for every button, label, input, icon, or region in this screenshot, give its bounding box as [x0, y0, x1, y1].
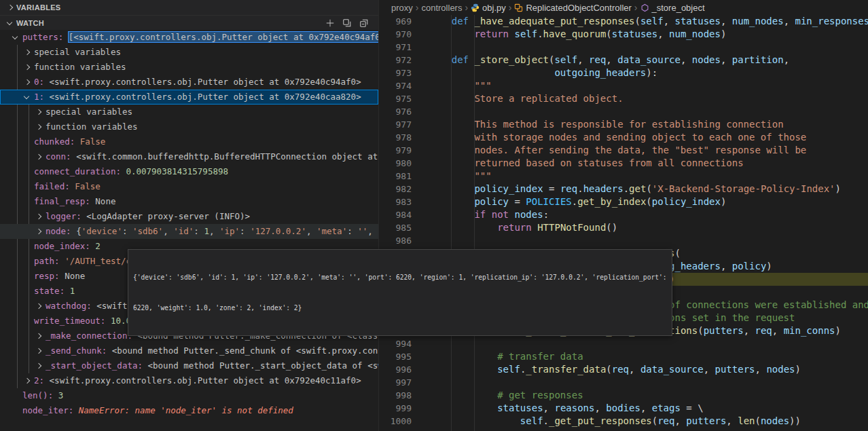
code-line-998[interactable]: 998 # get responses [379, 389, 868, 402]
watch-row-0[interactable]: 0: <swift.proxy.controllers.obj.Putter o… [0, 75, 378, 90]
watch-row-len[interactable]: len(): 3 [0, 388, 378, 403]
line-number[interactable]: 998 [379, 389, 412, 402]
chevron-right-icon[interactable] [34, 119, 46, 134]
chevron-right-icon[interactable] [22, 60, 34, 75]
code-line-977[interactable]: 977 This method is responsible for estab… [379, 118, 868, 131]
add-expression-icon[interactable] [324, 17, 336, 29]
chevron-right-icon[interactable] [34, 343, 46, 358]
code-line-982[interactable]: 982 policy_index = req.headers.get('X-Ba… [379, 183, 868, 195]
code-text[interactable]: self._get_put_responses(req, putters, le… [429, 415, 868, 428]
chevron-right-icon[interactable] [34, 224, 46, 239]
code-line-975[interactable]: 975 Store a replicated object. [379, 92, 868, 105]
chevron-right-icon[interactable] [34, 105, 46, 119]
watch-row-2[interactable]: 2: <swift.proxy.controllers.obj.Putter o… [0, 373, 378, 388]
watch-row-functionvariables[interactable]: function variables [0, 60, 378, 75]
watch-row-functionvariables[interactable]: function variables [0, 119, 378, 134]
watch-row-putters[interactable]: putters: [<swift.proxy.controllers.obj.P… [0, 30, 378, 45]
watch-row-specialvariables[interactable]: special variables [0, 105, 378, 119]
breadcrumb-item-obj.py[interactable]: obj.py [471, 3, 506, 13]
code-text[interactable]: policy = POLICIES.get_by_index(policy_in… [429, 195, 868, 208]
collapse-all-icon[interactable] [358, 17, 370, 29]
line-number[interactable]: 981 [379, 170, 412, 183]
code-line-980[interactable]: 980 returned based on statuses from all … [379, 157, 868, 170]
code-line-971[interactable]: 971 [379, 41, 868, 54]
code-text[interactable]: if not nodes: [429, 208, 868, 221]
line-number[interactable]: 977 [379, 118, 412, 131]
watch-row-conn[interactable]: conn: <swift.common.bufferedhttp.Buffere… [0, 149, 378, 164]
line-number[interactable]: 980 [379, 157, 412, 170]
line-number[interactable]: 994 [379, 337, 412, 350]
watch-row-node_iter[interactable]: node_iter: NameError: name 'node_iter' i… [0, 403, 378, 418]
chevron-down-icon[interactable] [22, 90, 34, 105]
chevron-right-icon[interactable] [34, 329, 46, 343]
watch-row-_start_object_data[interactable]: _start_object_data: <bound method Putter… [0, 358, 378, 373]
breadcrumb-item-controllers[interactable]: controllers [421, 3, 462, 13]
line-number[interactable]: 997 [379, 376, 412, 389]
breadcrumb-item-ReplicatedObjectController[interactable]: ReplicatedObjectController [514, 3, 631, 13]
code-line-985[interactable]: 985 return HTTPNotFound() [379, 221, 868, 234]
remove-all-icon[interactable] [341, 17, 353, 29]
line-number[interactable]: 985 [379, 221, 412, 234]
line-number[interactable]: 975 [379, 92, 412, 105]
line-number[interactable]: 974 [379, 79, 412, 92]
watch-row-failed[interactable]: failed: False [0, 179, 378, 194]
code-line-979[interactable]: 979 nodes. After sending the data, the "… [379, 144, 868, 157]
line-number[interactable]: 995 [379, 350, 412, 363]
code-line-984[interactable]: 984 if not nodes: [379, 208, 868, 221]
code-text[interactable]: statuses, reasons, bodies, etags = \ [429, 402, 868, 415]
code-text[interactable]: return HTTPNotFound() [429, 221, 868, 234]
code-line-976[interactable]: 976 [379, 105, 868, 118]
code-text[interactable]: outgoing_headers): [429, 67, 868, 79]
code-line-978[interactable]: 978 with storage nodes and sending objec… [379, 131, 868, 144]
line-number[interactable]: 984 [379, 208, 412, 221]
code-text[interactable]: This method is responsible for establish… [429, 118, 868, 131]
code-text[interactable]: # get responses [429, 389, 868, 402]
code-area[interactable]: 969 def _have_adequate_put_responses(sel… [379, 15, 868, 431]
code-text[interactable]: returned based on statuses from all conn… [429, 157, 868, 170]
line-number[interactable]: 978 [379, 131, 412, 144]
code-text[interactable]: def _have_adequate_put_responses(self, s… [429, 15, 868, 28]
line-number[interactable]: 999 [379, 402, 412, 415]
line-number[interactable]: 979 [379, 144, 412, 157]
code-line-996[interactable]: 996 self._transfer_data(req, data_source… [379, 363, 868, 376]
code-text[interactable]: # transfer data [429, 350, 868, 363]
line-number[interactable]: 969 [379, 15, 412, 28]
watch-row-node[interactable]: node: {'device': 'sdb6', 'id': 1, 'ip': … [0, 224, 378, 239]
chevron-right-icon[interactable] [22, 45, 34, 60]
code-line-973[interactable]: 973 outgoing_headers): [379, 67, 868, 79]
watch-row-_send_chunk[interactable]: _send_chunk: <bound method Putter._send_… [0, 343, 378, 358]
line-number[interactable]: 972 [379, 54, 412, 67]
line-number[interactable]: 983 [379, 195, 412, 208]
watch-row-connect_duration[interactable]: connect_duration: 0.007903814315795898 [0, 164, 378, 179]
variables-section-header[interactable]: VARIABLES [0, 0, 378, 15]
code-line-997[interactable]: 997 [379, 376, 868, 389]
code-line-970[interactable]: 970 return self.have_quorum(statuses, nu… [379, 28, 868, 41]
code-text[interactable]: def _store_object(self, req, data_source… [429, 54, 868, 67]
line-number[interactable]: 973 [379, 67, 412, 79]
line-number[interactable]: 970 [379, 28, 412, 41]
code-line-983[interactable]: 983 policy = POLICIES.get_by_index(polic… [379, 195, 868, 208]
code-line-1000[interactable]: 1000 self._get_put_responses(req, putter… [379, 415, 868, 428]
chevron-down-icon[interactable] [11, 30, 22, 45]
code-text[interactable]: Store a replicated object. [429, 92, 868, 105]
line-number[interactable]: 976 [379, 105, 412, 118]
code-text[interactable]: policy_index = req.headers.get('X-Backen… [429, 183, 868, 195]
line-number[interactable]: 1000 [379, 415, 412, 428]
watch-row-chunked[interactable]: chunked: False [0, 134, 378, 149]
code-text[interactable]: """ [429, 170, 868, 183]
breadcrumb-item-_store_object[interactable]: _store_object [640, 3, 705, 13]
code-line-972[interactable]: 972 def _store_object(self, req, data_so… [379, 54, 868, 67]
code-text[interactable]: return self.have_quorum(statuses, num_no… [429, 28, 868, 41]
code-line-969[interactable]: 969 def _have_adequate_put_responses(sel… [379, 15, 868, 28]
watch-row-specialvariables[interactable]: special variables [0, 45, 378, 60]
code-line-986[interactable]: 986 [379, 234, 868, 247]
breadcrumb-item-proxy[interactable]: proxy [391, 3, 413, 13]
chevron-right-icon[interactable] [34, 209, 46, 224]
code-line-995[interactable]: 995 # transfer data [379, 350, 868, 363]
watch-row-logger[interactable]: logger: <LogAdapter proxy-server (INFO)> [0, 209, 378, 224]
line-number[interactable]: 986 [379, 234, 412, 247]
watch-row-1[interactable]: 1: <swift.proxy.controllers.obj.Putter o… [0, 90, 378, 105]
line-number[interactable]: 982 [379, 183, 412, 195]
chevron-right-icon[interactable] [34, 299, 46, 314]
code-line-999[interactable]: 999 statuses, reasons, bodies, etags = \ [379, 402, 868, 415]
